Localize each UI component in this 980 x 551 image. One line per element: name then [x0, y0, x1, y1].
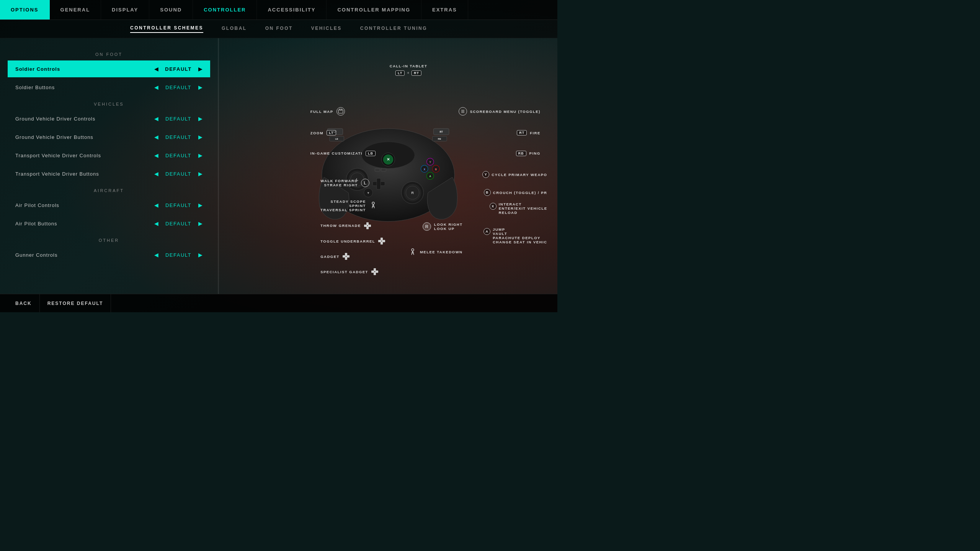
scheme-name-ground-driver-controls: Ground Vehicle Driver Controls: [15, 116, 154, 122]
nav-options[interactable]: OPTIONS: [0, 0, 50, 20]
scheme-row-soldier-buttons[interactable]: Soldier Buttons ◀ DEFAULT ▶: [8, 79, 210, 96]
arrow-right-transport-driver-controls[interactable]: ▶: [198, 152, 203, 158]
arrow-left-transport-driver-controls[interactable]: ◀: [154, 152, 158, 158]
main-content: ON FOOT Soldier Controls ◀ DEFAULT ▶ Sol…: [0, 38, 557, 294]
restore-default-button[interactable]: RESTORE DEFAULT: [40, 294, 111, 312]
svg-rect-26: [377, 178, 381, 189]
arrow-right-soldier-controls[interactable]: ▶: [198, 66, 203, 72]
interact-labels: INTERACT ENTER/EXIT VEHICLE RELOAD: [499, 202, 547, 215]
back-button[interactable]: BACK: [8, 294, 40, 312]
crouch-area: B CROUCH (TOGGLE) / PR: [484, 189, 547, 196]
scheme-name-transport-driver-controls: Transport Vehicle Driver Controls: [15, 153, 154, 158]
ingame-row: IN-GAME CUSTOMIZATI LB: [310, 151, 376, 156]
look-row: R LOOK RIGHT LOOK UP: [423, 222, 463, 231]
scheme-value-ground-driver-controls: DEFAULT: [163, 116, 194, 122]
scoreboard-row: SCOREBOARD MENU (TOGGLE): [459, 107, 541, 116]
cycle-area: Y CYCLE PRIMARY WEAPO: [482, 171, 547, 178]
arrow-left-air-pilot-buttons[interactable]: ◀: [154, 220, 158, 227]
left-panel: ON FOOT Soldier Controls ◀ DEFAULT ▶ Sol…: [0, 38, 218, 294]
scheme-row-ground-driver-buttons[interactable]: Ground Vehicle Driver Buttons ◀ DEFAULT …: [8, 129, 210, 145]
top-navigation: OPTIONS GENERAL DISPLAY SOUND CONTROLLER…: [0, 0, 557, 20]
subnav-on-foot[interactable]: ON FOOT: [265, 26, 293, 33]
arrow-right-air-pilot-buttons[interactable]: ▶: [198, 220, 203, 227]
nav-controller[interactable]: CONTROLLER: [193, 0, 257, 20]
arrow-left-soldier-controls[interactable]: ◀: [154, 66, 158, 72]
scheme-row-transport-driver-controls[interactable]: Transport Vehicle Driver Controls ◀ DEFA…: [8, 147, 210, 164]
subnav-global[interactable]: GLOBAL: [222, 26, 247, 33]
arrow-right-soldier-buttons[interactable]: ▶: [198, 84, 203, 90]
arrow-left-air-pilot-controls[interactable]: ◀: [154, 202, 158, 208]
scheme-row-soldier-controls[interactable]: Soldier Controls ◀ DEFAULT ▶: [8, 60, 210, 77]
look-area: R LOOK RIGHT LOOK UP: [423, 222, 463, 231]
full-map-icon: [336, 107, 345, 116]
arrow-left-gunner-controls[interactable]: ◀: [154, 252, 158, 258]
scheme-value-air-pilot-controls: DEFAULT: [163, 202, 194, 208]
scoreboard-area: SCOREBOARD MENU (TOGGLE): [459, 107, 541, 116]
scheme-name-transport-driver-buttons: Transport Vehicle Driver Buttons: [15, 171, 154, 177]
arrow-right-transport-driver-buttons[interactable]: ▶: [198, 171, 203, 177]
jump-area: A JUMP VAULT PARACHUTE DEPLOY CHANGE SEA…: [483, 227, 547, 244]
specialist-gadget-area: SPECIALIST GADGET: [320, 268, 378, 275]
arrow-left-ground-driver-controls[interactable]: ◀: [154, 116, 158, 122]
subnav-controller-tuning[interactable]: CONTROLLER TUNING: [360, 26, 427, 33]
nav-controller-mapping[interactable]: CONTROLLER MAPPING: [327, 0, 421, 20]
sprint-icon: [369, 201, 377, 210]
nav-display[interactable]: DISPLAY: [101, 0, 149, 20]
ping-area: RB PING: [516, 151, 541, 156]
gadget-row: GADGET: [320, 253, 350, 260]
section-on-foot: ON FOOT: [8, 52, 210, 57]
parachute-label: PARACHUTE DEPLOY: [493, 236, 547, 240]
arrow-left-ground-driver-buttons[interactable]: ◀: [154, 134, 158, 140]
vault-label: VAULT: [493, 231, 547, 236]
zoom-lt-key: LT: [327, 130, 336, 135]
look-labels: LOOK RIGHT LOOK UP: [434, 222, 463, 231]
scoreboard-icon: [459, 107, 467, 116]
svg-text:LB: LB: [335, 138, 338, 140]
walk-l-key: L: [361, 179, 369, 187]
underbarrel-label: TOGGLE UNDERBARREL: [320, 239, 375, 243]
scheme-row-air-pilot-buttons[interactable]: Air Pilot Buttons ◀ DEFAULT ▶: [8, 215, 210, 232]
look-up-label: LOOK UP: [434, 227, 463, 231]
scoreboard-label: SCOREBOARD MENU (TOGGLE): [470, 109, 541, 114]
back-label: BACK: [15, 301, 32, 306]
subnav-vehicles[interactable]: VEHICLES: [311, 26, 342, 33]
jump-labels: JUMP VAULT PARACHUTE DEPLOY CHANGE SEAT …: [493, 227, 547, 244]
nav-general[interactable]: GENERAL: [50, 0, 101, 20]
scheme-row-air-pilot-controls[interactable]: Air Pilot Controls ◀ DEFAULT ▶: [8, 197, 210, 214]
gadget-label: GADGET: [320, 254, 340, 259]
arrow-left-soldier-buttons[interactable]: ◀: [154, 84, 158, 90]
arrow-right-ground-driver-controls[interactable]: ▶: [198, 116, 203, 122]
svg-text:X: X: [423, 168, 425, 171]
arrow-right-gunner-controls[interactable]: ▶: [198, 252, 203, 258]
interact-area: X INTERACT ENTER/EXIT VEHICLE RELOAD: [490, 202, 547, 215]
fire-area: RT FIRE: [517, 130, 541, 135]
plus-sign: +: [407, 71, 409, 75]
call-in-tablet-label: CALL-IN TABLET LT + RT: [390, 64, 427, 76]
sub-navigation: CONTROLLER SCHEMES GLOBAL ON FOOT VEHICL…: [0, 20, 557, 38]
jump-a-key: A: [483, 228, 490, 235]
nav-sound[interactable]: SOUND: [149, 0, 193, 20]
crouch-b-key: B: [484, 189, 491, 196]
scheme-row-gunner-controls[interactable]: Gunner Controls ◀ DEFAULT ▶: [8, 246, 210, 263]
right-panel: ✕ LT RT LB RB: [219, 38, 557, 294]
scheme-value-transport-driver-buttons: DEFAULT: [163, 171, 194, 177]
svg-point-40: [372, 202, 374, 204]
call-in-keys: LT + RT: [390, 70, 427, 76]
look-right-label: LOOK RIGHT: [434, 222, 463, 227]
ping-label: PING: [529, 151, 541, 155]
subnav-controller-schemes[interactable]: CONTROLLER SCHEMES: [130, 25, 203, 33]
scheme-value-soldier-controls: DEFAULT: [163, 66, 194, 72]
zoom-label: ZOOM: [310, 131, 324, 135]
controller-image: ✕ LT RT LB RB: [289, 111, 488, 226]
arrow-right-air-pilot-controls[interactable]: ▶: [198, 202, 203, 208]
cycle-y-key: Y: [482, 171, 489, 178]
scheme-row-transport-driver-buttons[interactable]: Transport Vehicle Driver Buttons ◀ DEFAU…: [8, 165, 210, 182]
walk-forward-label: WALK FORWARD: [320, 179, 358, 183]
nav-accessibility[interactable]: ACCESSIBILITY: [257, 0, 327, 20]
jump-row: A JUMP VAULT PARACHUTE DEPLOY CHANGE SEA…: [483, 227, 547, 244]
scheme-row-ground-driver-controls[interactable]: Ground Vehicle Driver Controls ◀ DEFAULT…: [8, 110, 210, 127]
nav-extras[interactable]: EXTRAS: [421, 0, 468, 20]
ping-row: RB PING: [516, 151, 541, 156]
arrow-left-transport-driver-buttons[interactable]: ◀: [154, 171, 158, 177]
arrow-right-ground-driver-buttons[interactable]: ▶: [198, 134, 203, 140]
